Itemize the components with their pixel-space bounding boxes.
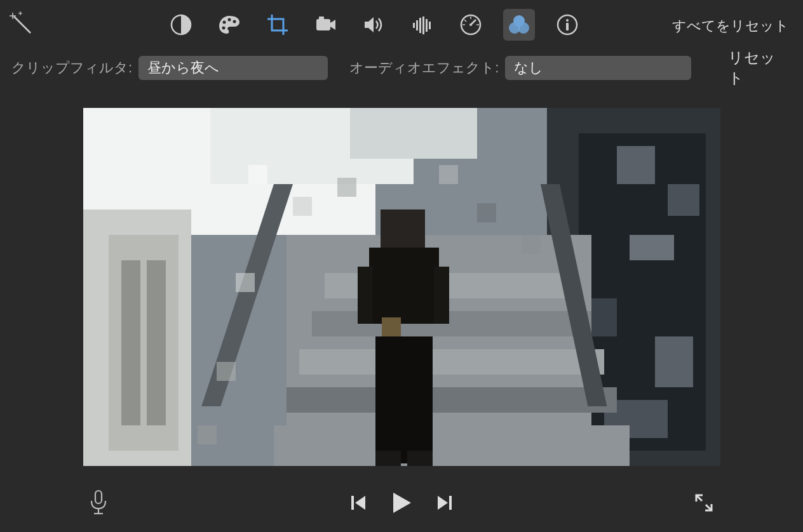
svg-rect-70	[217, 362, 236, 381]
svg-rect-36	[109, 235, 179, 451]
speaker-icon	[363, 15, 385, 34]
svg-rect-51	[287, 387, 617, 413]
svg-rect-66	[439, 165, 458, 184]
svg-rect-56	[369, 248, 439, 324]
overlap-circles-icon	[508, 15, 530, 35]
svg-rect-63	[248, 165, 267, 184]
play-icon	[389, 491, 414, 515]
svg-rect-16	[426, 19, 428, 32]
video-preview[interactable]	[83, 108, 720, 466]
svg-rect-52	[274, 425, 630, 466]
svg-point-20	[469, 23, 472, 26]
svg-rect-12	[413, 23, 415, 28]
svg-rect-55	[381, 209, 425, 254]
stabilization-button[interactable]	[310, 9, 342, 41]
magic-wand-icon	[9, 11, 34, 37]
color-correction-button[interactable]	[213, 9, 245, 41]
svg-rect-71	[198, 425, 217, 444]
preview-area	[0, 86, 803, 466]
color-balance-icon	[170, 14, 192, 36]
svg-rect-17	[429, 22, 431, 29]
playback-controls	[350, 491, 453, 515]
camera-icon	[315, 15, 337, 34]
reset-all-button[interactable]: すべてをリセット	[672, 17, 789, 36]
clip-filter-dropdown[interactable]: 昼から夜へ	[138, 56, 328, 80]
info-button[interactable]	[551, 9, 583, 41]
skip-forward-button[interactable]	[435, 494, 453, 512]
svg-rect-69	[236, 273, 255, 292]
svg-rect-68	[522, 235, 541, 254]
equalizer-icon	[412, 15, 433, 34]
svg-rect-13	[416, 20, 418, 30]
clip-filter-value: 昼から夜へ	[147, 58, 219, 77]
svg-rect-75	[351, 496, 354, 510]
svg-rect-67	[477, 203, 496, 222]
crop-button[interactable]	[262, 9, 294, 41]
svg-rect-14	[419, 18, 421, 33]
info-icon	[557, 14, 578, 36]
svg-rect-50	[299, 349, 604, 375]
svg-rect-37	[121, 260, 140, 425]
svg-point-29	[566, 19, 569, 22]
voiceover-record-button[interactable]	[89, 489, 108, 516]
play-button[interactable]	[389, 491, 414, 515]
svg-point-27	[518, 22, 529, 34]
filter-row: クリップフィルタ: 昼から夜へ オーディオエフェクト: なし リセット	[0, 50, 803, 86]
svg-rect-60	[407, 451, 433, 466]
skip-back-icon	[350, 494, 368, 512]
audio-effect-value: なし	[514, 58, 543, 77]
svg-rect-58	[375, 336, 433, 463]
preview-image	[83, 108, 720, 466]
svg-rect-62	[434, 267, 449, 324]
svg-rect-38	[147, 260, 166, 425]
svg-rect-41	[617, 146, 655, 184]
svg-rect-42	[668, 184, 699, 216]
svg-rect-49	[312, 311, 591, 336]
svg-rect-34	[350, 108, 477, 159]
color-balance-button[interactable]	[165, 9, 197, 41]
skip-forward-icon	[435, 494, 453, 512]
svg-rect-61	[358, 267, 373, 324]
svg-point-6	[223, 21, 226, 24]
svg-rect-45	[655, 336, 693, 387]
gauge-icon	[460, 14, 482, 36]
svg-line-0	[14, 17, 30, 33]
svg-rect-10	[316, 19, 330, 30]
audio-effect-dropdown[interactable]: なし	[505, 56, 691, 80]
speed-button[interactable]	[455, 9, 487, 41]
svg-point-7	[228, 18, 231, 22]
noise-reduction-button[interactable]	[407, 9, 438, 41]
svg-rect-76	[449, 496, 452, 510]
svg-point-9	[222, 27, 226, 30]
expand-icon	[694, 493, 714, 513]
playback-bar	[0, 484, 803, 522]
tool-icons-group	[165, 9, 583, 41]
svg-rect-30	[566, 23, 569, 30]
color-palette-icon	[218, 15, 241, 35]
clip-filter-label: クリップフィルタ:	[11, 58, 132, 77]
svg-line-22	[464, 20, 466, 22]
reset-button[interactable]: リセット	[728, 48, 786, 88]
svg-rect-59	[375, 451, 401, 466]
magic-wand-button[interactable]	[9, 11, 34, 37]
fullscreen-button[interactable]	[694, 493, 714, 513]
svg-rect-72	[95, 491, 102, 503]
volume-button[interactable]	[358, 9, 390, 41]
microphone-icon	[89, 489, 108, 516]
svg-rect-65	[337, 178, 356, 197]
filter-button[interactable]	[503, 9, 535, 41]
crop-icon	[266, 13, 289, 36]
svg-rect-11	[319, 17, 324, 20]
svg-rect-43	[630, 235, 674, 260]
svg-point-8	[233, 20, 236, 23]
svg-rect-64	[293, 197, 312, 216]
audio-effect-label: オーディオエフェクト:	[349, 58, 499, 77]
skip-back-button[interactable]	[350, 494, 368, 512]
inspector-toolbar: すべてをリセット	[0, 0, 803, 50]
svg-rect-15	[422, 17, 424, 34]
